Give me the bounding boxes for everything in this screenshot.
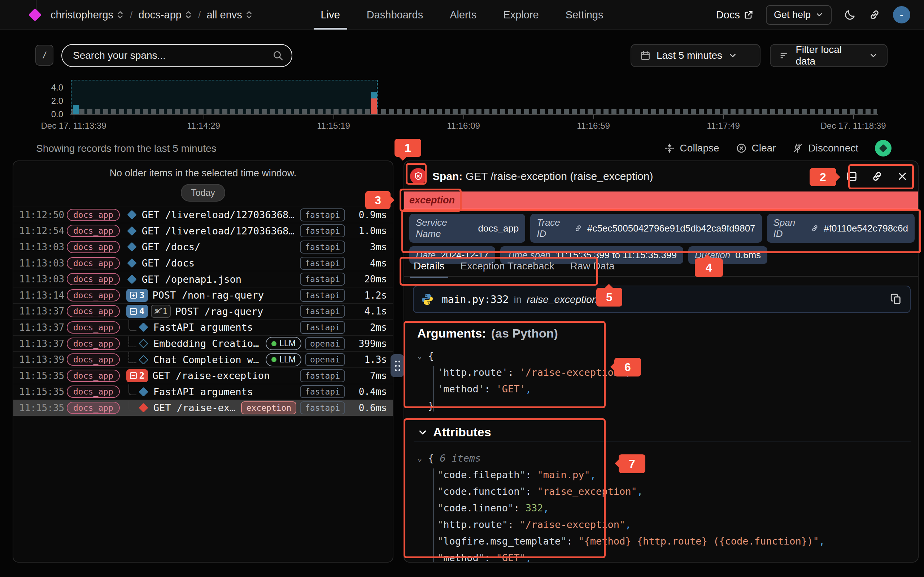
span-row[interactable]: 11:13:37docs_appEmbedding Creation wit…L… xyxy=(13,335,393,351)
disconnect-label: Disconnect xyxy=(808,142,858,154)
service-pill: docs_app xyxy=(67,321,120,334)
x-axis-label: 11:15:19 xyxy=(317,121,350,131)
code-line: "http.route": "/raise-exception", xyxy=(417,516,825,533)
span-row[interactable]: 11:13:37docs_appFastAPI argumentsfastapi… xyxy=(13,319,393,335)
disconnect-button[interactable]: Disconnect xyxy=(792,142,858,154)
detail-tab-raw-data[interactable]: Raw Data xyxy=(570,260,615,277)
detail-tab-exception-traceback[interactable]: Exception Traceback xyxy=(460,260,554,277)
docs-link[interactable]: Docs xyxy=(716,9,754,21)
span-row[interactable]: 11:13:03docs_appGET /docsfastapi4ms xyxy=(13,255,393,271)
span-duration: 1.0ms xyxy=(348,226,387,236)
dark-mode-moon-icon[interactable] xyxy=(844,9,856,21)
meta-pill-service-name: Service Namedocs_app xyxy=(409,214,525,243)
children-count-badge[interactable]: −2 xyxy=(126,369,148,382)
scope-tag-pill: fastapi xyxy=(300,401,345,414)
y-axis-label: 2.0 xyxy=(51,96,63,106)
nav-tab-dashboards[interactable]: Dashboards xyxy=(365,0,425,29)
chart-baseline-dashes xyxy=(71,109,877,114)
span-detail-panel: Span: GET /raise-exception (raise_except… xyxy=(404,161,919,562)
search-input[interactable] xyxy=(61,44,292,67)
row-timestamp: 11:13:14 xyxy=(19,290,63,301)
row-timestamp: 11:13:39 xyxy=(19,354,63,365)
span-row[interactable]: 11:13:03docs_appGET /docs/fastapi3ms xyxy=(13,239,393,255)
span-row[interactable]: 11:13:14docs_app+3POST /non-rag-queryfas… xyxy=(13,287,393,303)
span-row[interactable]: 11:12:50docs_appGET /livereload/12703636… xyxy=(13,206,393,223)
python-icon xyxy=(421,293,434,306)
span-kind-diamond-icon xyxy=(139,387,149,397)
pending-spans-badge[interactable]: ✎1 xyxy=(151,305,171,318)
span-kind-diamond-icon xyxy=(127,210,137,220)
span-duration: 20ms xyxy=(348,274,387,285)
span-list-panel: No older items in the selected time wind… xyxy=(13,161,393,562)
span-kind-diamond-icon xyxy=(139,338,149,348)
row-timestamp: 11:12:54 xyxy=(19,226,63,236)
spans-timeline-chart[interactable]: 0.02.04.0Dec 17. 11:13:3911:14:2911:15:1… xyxy=(0,77,924,134)
span-row[interactable]: 11:12:54docs_appGET /livereload/12703636… xyxy=(13,223,393,239)
source-location-row[interactable]: main.py:332 in raise_exception xyxy=(413,285,911,313)
span-row[interactable]: 11:13:03docs_appGET /openapi.jsonfastapi… xyxy=(13,271,393,287)
span-kind-diamond-icon xyxy=(139,323,149,332)
tab-divider xyxy=(404,276,918,277)
breadcrumb-env-label: all envs xyxy=(207,9,242,21)
span-row[interactable]: 11:15:35docs_app−2GET /raise-exceptionfa… xyxy=(13,367,393,384)
detail-tab-details[interactable]: Details xyxy=(414,260,445,277)
nav-tab-explore[interactable]: Explore xyxy=(501,0,541,29)
copy-icon[interactable] xyxy=(890,293,902,305)
clear-button[interactable]: Clear xyxy=(736,142,776,154)
span-row[interactable]: 11:13:39docs_appChat Completion with '…L… xyxy=(13,351,393,367)
meta-label: Duration xyxy=(695,250,730,261)
collapse-button[interactable]: Collapse xyxy=(664,142,719,154)
meta-label: Service Name xyxy=(416,217,473,239)
breadcrumb-org-label: christophergs xyxy=(50,9,113,21)
nav-tab-alerts[interactable]: Alerts xyxy=(447,0,478,29)
today-pill[interactable]: Today xyxy=(181,184,225,201)
circle-x-icon xyxy=(736,143,747,154)
tree-connector xyxy=(129,352,136,363)
dock-panel-icon[interactable] xyxy=(846,170,858,182)
close-icon[interactable] xyxy=(896,170,908,182)
meta-pill-duration: Duration0.6ms xyxy=(688,246,767,264)
permalink-icon[interactable] xyxy=(871,170,883,182)
logfire-logo-icon[interactable] xyxy=(29,8,42,22)
nav-tab-live[interactable]: Live xyxy=(319,0,342,29)
nav-tab-settings[interactable]: Settings xyxy=(564,0,606,29)
meta-value: 0.6ms xyxy=(735,250,761,261)
source-in-label: in xyxy=(514,294,522,305)
span-title-value: GET /raise-exception (raise_exception) xyxy=(465,170,653,182)
annotation-label-1: 1 xyxy=(394,139,421,157)
span-name: GET /raise-exception xyxy=(152,370,270,381)
children-count-badge[interactable]: −4 xyxy=(126,305,148,318)
row-timestamp: 11:13:37 xyxy=(19,322,63,333)
span-row[interactable]: 11:15:35docs_appFastAPI argumentsfastapi… xyxy=(13,384,393,400)
connection-status-indicator xyxy=(875,140,892,156)
row-body: FastAPI argumentsfastapi xyxy=(126,321,345,334)
scope-tag-pill: fastapi xyxy=(300,272,345,285)
span-kind-diamond-icon xyxy=(139,403,149,413)
breadcrumb-project[interactable]: docs-app xyxy=(139,9,192,21)
attributes-heading[interactable]: Attributes xyxy=(417,425,491,439)
span-kind-diamond-icon xyxy=(127,274,137,284)
panel-resize-handle[interactable] xyxy=(391,354,404,377)
span-row[interactable]: 11:15:35docs_appGET /raise-exception …ex… xyxy=(13,400,393,416)
avatar-text: - xyxy=(900,9,903,21)
breadcrumb-env[interactable]: all envs xyxy=(207,9,253,21)
filter-local-data-button[interactable]: Filter local data xyxy=(770,44,888,67)
children-count-badge[interactable]: +3 xyxy=(126,289,148,302)
span-name: GET /livereload/1270363685/1270… xyxy=(142,226,296,237)
row-timestamp: 11:13:03 xyxy=(19,258,63,269)
breadcrumb-project-label: docs-app xyxy=(139,9,181,21)
breadcrumb-org[interactable]: christophergs xyxy=(50,9,124,21)
share-link-icon[interactable] xyxy=(868,9,881,21)
span-row[interactable]: 11:13:37docs_app−4✎1POST /rag-queryfasta… xyxy=(13,303,393,319)
chevron-up-down-icon xyxy=(184,10,192,19)
scope-tag-pill: fastapi xyxy=(300,321,345,334)
code-line: "code.function": "raise_exception", xyxy=(417,483,825,500)
span-rows: 11:12:50docs_appGET /livereload/12703636… xyxy=(13,206,393,416)
get-help-button[interactable]: Get help xyxy=(766,5,832,25)
time-range-button[interactable]: Last 5 minutes xyxy=(630,44,761,67)
chart-bar-segment xyxy=(371,92,377,98)
code-line: "code.filepath": "main.py", xyxy=(417,466,825,483)
span-duration: 399ms xyxy=(348,338,387,349)
user-avatar[interactable]: - xyxy=(893,6,910,23)
arguments-heading-sub: (as Python) xyxy=(491,326,558,340)
